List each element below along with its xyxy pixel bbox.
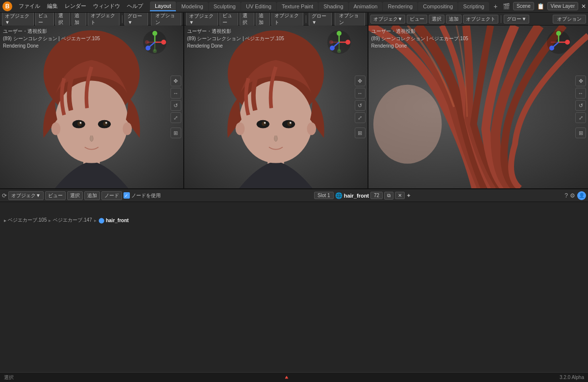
view-layer-selector[interactable]: View Layer: [547, 2, 578, 10]
ne-star-icon[interactable]: ✦: [406, 192, 411, 199]
vp3-info: ユーザー・透視投影 (89) シーンコレクション | ベジエカーブ.105 Re…: [371, 27, 468, 50]
vp2-tool-cursor[interactable]: ✥: [355, 76, 366, 86]
node-editor-toolbar: ⟳ オブジェク▼ ビュー 選択 追加 ノード ✓ ノードを使用 Slot 1 🌐…: [0, 189, 588, 202]
svg-point-23: [146, 46, 150, 51]
viewport-2-canvas[interactable]: ユーザー・透視投影 (89) シーンコレクション | ベジエカーブ.105 Re…: [184, 25, 368, 188]
svg-point-15: [161, 40, 166, 45]
ne-object-menu[interactable]: オブジェク▼: [8, 191, 44, 200]
vp3-options-btn[interactable]: オプション: [553, 15, 586, 24]
tab-sculpting[interactable]: Sculpting: [209, 2, 241, 11]
tab-layout[interactable]: Layout: [150, 1, 176, 11]
menu-render[interactable]: レンダー: [62, 1, 89, 11]
tab-rendering[interactable]: Rendering: [383, 2, 417, 11]
vp2-tool-scale[interactable]: ⤢: [355, 112, 366, 123]
vp2-select-menu[interactable]: 選択: [240, 13, 254, 27]
ne-pin-btn[interactable]: ✕: [395, 192, 405, 199]
vp1-view-menu[interactable]: ビュー: [35, 13, 54, 27]
svg-text:B: B: [5, 3, 10, 10]
menu-window[interactable]: ウィンドウ: [90, 1, 123, 11]
vp2-view-menu[interactable]: ビュー: [220, 13, 238, 27]
vp3-select-menu[interactable]: 選択: [429, 15, 444, 24]
viewport-1: オブジェク▼ ビュー 選択 追加 オブジェクト グロー▼ オプション: [0, 13, 184, 188]
ne-settings-icon[interactable]: ⚙: [570, 192, 575, 199]
vp1-tool-cursor[interactable]: ✥: [171, 76, 181, 86]
menu-edit[interactable]: 編集: [44, 1, 61, 11]
vp3-object-menu2[interactable]: オブジェクト: [463, 15, 498, 24]
bc-item3: ⬤ hair_front: [98, 217, 129, 224]
ne-add-menu[interactable]: 追加: [84, 191, 100, 200]
tab-compositing[interactable]: Compositing: [418, 2, 458, 11]
vp2-add-menu[interactable]: 追加: [256, 13, 270, 27]
vp2-tool-move[interactable]: ↔: [355, 88, 366, 99]
node-canvas[interactable]: ▸ ベジエカーブ.105 ▸ ベジエカーブ.147 ▸ ⬤ hair_front: [0, 202, 588, 382]
vp1-gizmo[interactable]: [142, 29, 168, 55]
viewport-1-canvas[interactable]: ユーザー・透視投影 (89) シーンコレクション | ベジエカーブ.105 Re…: [0, 25, 183, 188]
vp2-tool-grid[interactable]: ⊞: [355, 127, 366, 138]
vp3-tool-scale[interactable]: ⤢: [575, 112, 586, 123]
svg-point-49: [565, 40, 570, 45]
vp1-object-menu[interactable]: オブジェク▼: [2, 13, 34, 26]
tab-uv-editing[interactable]: UV Editing: [241, 2, 276, 11]
vp2-tool-rotate[interactable]: ↺: [355, 100, 366, 111]
menu-help[interactable]: ヘルプ: [124, 1, 146, 11]
close-button[interactable]: ✕: [581, 3, 586, 10]
menu-file[interactable]: ファイル: [16, 1, 43, 11]
svg-point-31: [264, 122, 266, 124]
svg-point-9: [80, 122, 82, 124]
tab-modeling[interactable]: Modeling: [176, 2, 208, 11]
viewport-3: オブジェク▼ ビュー 選択 追加 オブジェクト グロー▼ オプション: [368, 13, 588, 188]
vp2-gizmo[interactable]: [326, 29, 352, 55]
vp1-add-menu[interactable]: 追加: [72, 13, 86, 27]
ne-material-name: hair_front: [344, 193, 369, 199]
vp3-add-menu[interactable]: 追加: [446, 15, 462, 24]
bc-item2: ベジエカーブ.147: [53, 217, 92, 224]
vp2-options-btn[interactable]: オプション: [335, 13, 365, 27]
vp3-view-menu[interactable]: ビュー: [407, 15, 427, 24]
tab-animation[interactable]: Animation: [349, 2, 383, 11]
vp3-tool-move[interactable]: ↔: [575, 88, 586, 99]
vp1-tool-scale[interactable]: ⤢: [171, 112, 181, 123]
vp1-tool-rotate[interactable]: ↺: [171, 100, 181, 111]
separator: [306, 15, 306, 23]
vp2-info: ユーザー・透視投影 (89) シーンコレクション | ベジエカーブ.105 Re…: [187, 27, 284, 50]
svg-point-8: [103, 122, 107, 126]
blender-logo[interactable]: B: [2, 1, 13, 12]
vp3-glow-btn[interactable]: グロー▼: [504, 15, 529, 24]
vp2-object-menu2[interactable]: オブジェクト: [271, 13, 303, 27]
vp2-glow-btn[interactable]: グロー▼: [309, 13, 332, 26]
svg-point-46: [373, 85, 441, 164]
viewport-2-toolbar: オブジェク▼ ビュー 選択 追加 オブジェクト グロー▼ オプション: [184, 13, 368, 25]
vp1-object-menu2[interactable]: オブジェクト: [88, 13, 120, 27]
ne-cycle-icon[interactable]: ⟳: [2, 192, 7, 199]
vp1-glow-btn[interactable]: グロー▼: [124, 13, 147, 26]
ne-copy-btn[interactable]: ⧉: [384, 192, 393, 200]
vp3-tool-grid[interactable]: ⊞: [575, 127, 586, 138]
vp1-tool-move[interactable]: ↔: [171, 88, 181, 99]
tab-texture-paint[interactable]: Texture Paint: [277, 2, 318, 11]
vp1-select-menu[interactable]: 選択: [55, 13, 70, 27]
vp3-tool-cursor[interactable]: ✥: [575, 76, 586, 86]
svg-point-29: [262, 122, 266, 126]
scene-selector[interactable]: Scene: [513, 2, 534, 10]
ne-use-nodes-check[interactable]: ✓ ノードを使用: [123, 192, 161, 199]
vp2-object-menu[interactable]: オブジェク▼: [186, 13, 218, 26]
tab-scripting[interactable]: Scripting: [458, 2, 489, 11]
ne-view-menu[interactable]: ビュー: [45, 191, 66, 200]
bc-sep1: ▸: [49, 218, 51, 223]
vp1-info: ユーザー・透視投影 (89) シーンコレクション | ベジエカーブ.105 Re…: [3, 27, 100, 50]
viewport-3-canvas[interactable]: ユーザー・透視投影 (89) シーンコレクション | ベジエカーブ.105 Re…: [368, 25, 588, 188]
ne-select-menu[interactable]: 選択: [67, 191, 83, 200]
vp1-options-btn[interactable]: オプション: [151, 13, 181, 27]
vp3-tool-rotate[interactable]: ↺: [575, 100, 586, 111]
ne-node-menu[interactable]: ノード: [101, 191, 122, 200]
tab-shading[interactable]: Shading: [318, 2, 348, 11]
svg-point-12: [122, 122, 132, 135]
ne-question-icon[interactable]: ?: [564, 192, 568, 199]
svg-point-45: [330, 46, 335, 51]
tab-add[interactable]: +: [490, 1, 501, 12]
vp3-gizmo[interactable]: [546, 29, 571, 55]
svg-point-54: [549, 46, 554, 51]
vp1-tool-grid[interactable]: ⊞: [171, 127, 181, 138]
vp3-object-menu[interactable]: オブジェク▼: [370, 15, 406, 24]
ne-slot-selector[interactable]: Slot 1: [314, 192, 334, 199]
